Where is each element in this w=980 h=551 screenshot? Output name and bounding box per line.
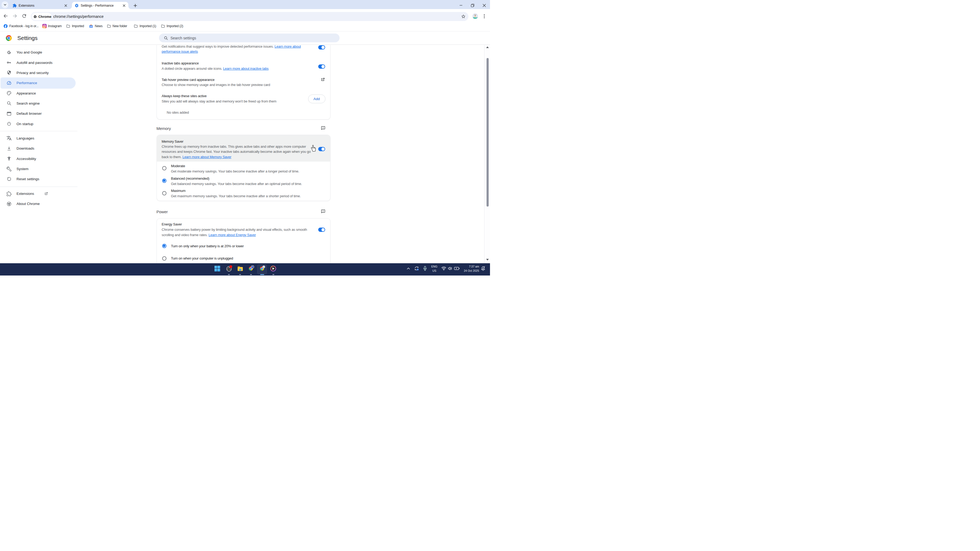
chrome-profile2-icon-active[interactable] (259, 265, 266, 272)
sidebar-item-you-and-google[interactable]: You and Google (0, 48, 78, 57)
bookmark-news[interactable]: G News (89, 22, 103, 30)
reload-button[interactable] (20, 12, 29, 20)
tab-extensions[interactable]: Extensions (10, 2, 70, 9)
radio-label: Moderate (171, 164, 185, 169)
scrollbar[interactable] (484, 45, 490, 264)
chevron-down-icon (3, 3, 7, 6)
tray-notification-bell-icon[interactable] (481, 266, 485, 271)
address-bar[interactable]: Chrome chrome://settings/performance (31, 12, 468, 21)
sidebar-item-accessibility[interactable]: Accessibility (0, 154, 78, 164)
page-title: Settings (18, 32, 38, 45)
key-icon (6, 60, 12, 65)
radio-moderate[interactable] (162, 166, 167, 170)
tray-clock[interactable]: 7:37 am24 Oct 2025 (460, 265, 479, 273)
search-settings-input[interactable]: Search settings (159, 33, 339, 42)
restore-icon (471, 4, 474, 7)
sidebar-item-appearance[interactable]: Appearance (0, 88, 78, 98)
radio-battery-20[interactable] (162, 244, 167, 248)
browser-toolbar: Chrome chrome://settings/performance (0, 9, 490, 22)
radio-label: Balanced (recommended) (171, 176, 209, 181)
start-button[interactable] (214, 265, 221, 272)
chrome-outline-icon (6, 201, 12, 206)
sidebar-item-autofill[interactable]: Autofill and passwords (0, 57, 78, 68)
tab-settings-performance[interactable]: Settings - Performance (72, 2, 128, 9)
avatar-image (473, 13, 478, 19)
feedback-icon[interactable] (321, 125, 326, 131)
learn-more-energy-saver-link[interactable]: Learn more about Energy Saver (208, 233, 256, 237)
url-text[interactable]: chrome://settings/performance (53, 12, 103, 21)
tab-close-button[interactable] (122, 3, 126, 8)
tray-volume-icon[interactable] (448, 267, 452, 270)
radio-unplugged[interactable] (162, 256, 167, 260)
sidebar-item-about-chrome[interactable]: About Chrome (0, 199, 78, 209)
obs-studio-icon[interactable] (226, 265, 232, 272)
tab-search-button[interactable] (2, 2, 8, 8)
window-close-button[interactable] (480, 2, 488, 9)
learn-more-inactive-tabs-link[interactable]: Learn more about inactive tabs (223, 67, 269, 71)
bookmark-folder-imported-1[interactable]: Imported (1) (134, 22, 156, 30)
energy-saver-toggle[interactable] (318, 227, 325, 232)
chrome-profile1-icon[interactable] (248, 265, 254, 272)
sidebar-item-performance[interactable]: Performance (0, 78, 78, 88)
scrollbar-thumb[interactable] (487, 58, 489, 206)
sidebar-item-default-browser[interactable]: Default browser (0, 109, 78, 119)
inactive-tabs-toggle[interactable] (318, 64, 325, 69)
back-button[interactable] (2, 12, 10, 20)
minimize-icon (460, 4, 463, 7)
profile-avatar[interactable] (473, 13, 478, 19)
sidebar-item-privacy[interactable]: Privacy and security (0, 68, 78, 78)
forward-button[interactable] (11, 12, 19, 20)
browser-menu-button[interactable] (482, 14, 487, 19)
bookmark-star-icon[interactable] (461, 14, 466, 19)
bookmark-instagram[interactable]: Instagram (42, 22, 62, 30)
tray-battery-icon[interactable] (454, 267, 460, 270)
bookmark-facebook[interactable]: Facebook - log in or... (3, 22, 39, 30)
window-minimize-button[interactable] (457, 2, 465, 9)
close-icon (482, 4, 486, 7)
sidebar-item-languages[interactable]: Languages (0, 133, 78, 143)
toggle-knob (321, 148, 325, 151)
feedback-icon[interactable] (321, 209, 326, 214)
bookmark-folder-imported[interactable]: Imported (66, 22, 84, 30)
bookmark-folder-new-folder[interactable]: New folder (107, 22, 127, 30)
sidebar-item-on-startup[interactable]: On startup (0, 119, 78, 129)
tray-microphone-icon[interactable] (423, 266, 427, 271)
new-tab-button[interactable] (132, 2, 138, 9)
tray-language-indicator[interactable]: ENGUS (429, 265, 440, 273)
scroll-down-arrow[interactable] (486, 259, 489, 261)
open-in-new-icon[interactable] (320, 77, 325, 82)
external-link-icon (44, 192, 48, 196)
bookmark-folder-imported-2[interactable]: Imported (2) (161, 22, 183, 30)
bookmark-label: Imported (1) (140, 24, 156, 28)
memory-saver-toggle[interactable] (318, 147, 325, 151)
radio-maximum[interactable] (162, 191, 167, 195)
file-explorer-icon[interactable] (237, 265, 243, 272)
tray-chevron-up-icon[interactable] (406, 267, 410, 270)
sidebar-item-downloads[interactable]: Downloads (0, 143, 78, 154)
radio-label: Turn on only when your battery is at 20%… (171, 243, 243, 249)
radio-label: Maximum (171, 188, 186, 194)
tray-update-icon[interactable] (414, 266, 419, 271)
window-restore-button[interactable] (468, 2, 476, 9)
site-chip[interactable]: Chrome (32, 13, 51, 20)
tray-wifi-icon[interactable] (441, 267, 446, 270)
learn-more-memory-saver-link[interactable]: Learn more about Memory Saver (182, 155, 231, 159)
radio-balanced[interactable] (162, 179, 167, 183)
sidebar-item-label: System (16, 167, 29, 171)
sidebar-item-system[interactable]: System (0, 164, 78, 174)
settings-header: Settings Search settings (0, 32, 490, 45)
scroll-up-arrow[interactable] (486, 46, 489, 48)
sidebar-item-search-engine[interactable]: Search engine (0, 98, 78, 108)
memory-section-heading: Memory (157, 126, 171, 131)
download-icon (6, 146, 12, 151)
performance-alerts-toggle[interactable] (318, 45, 325, 49)
taskbar-indicator (228, 274, 230, 275)
sidebar-item-extensions[interactable]: Extensions (0, 189, 78, 199)
row-description: Choose to show memory usage and images i… (162, 82, 317, 87)
sidebar-item-reset[interactable]: Reset settings (0, 174, 78, 184)
reset-icon (6, 176, 12, 182)
memory-saver-row[interactable]: Memory Saver Chrome frees up memory from… (157, 135, 330, 162)
media-player-icon[interactable] (270, 265, 277, 272)
tab-close-button[interactable] (64, 3, 68, 8)
add-site-button[interactable]: Add (308, 94, 325, 103)
